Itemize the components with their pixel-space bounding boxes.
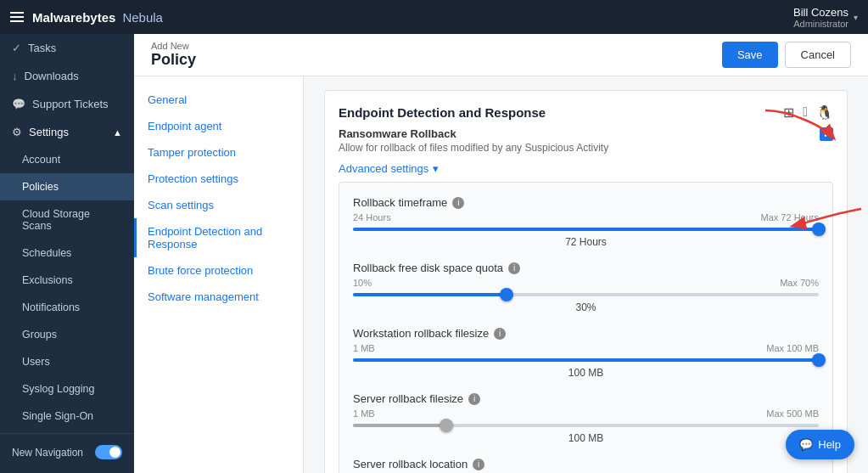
workstation-filesize-row: Workstation rollback filesize i 1 MB Max… — [353, 327, 819, 379]
sidebar-item-label: Notifications — [22, 301, 80, 313]
server-filesize-value: 100 MB — [353, 432, 819, 444]
rollback-timeframe-thumb[interactable] — [812, 222, 826, 236]
free-disk-track[interactable] — [353, 293, 819, 296]
workstation-track[interactable] — [353, 358, 819, 362]
left-nav-edr[interactable]: Endpoint Detection and Response — [134, 218, 303, 257]
server-filesize-fill — [353, 424, 446, 427]
ransomware-checkbox[interactable] — [820, 127, 833, 141]
content-body: General Endpoint agent Tamper protection… — [134, 76, 868, 473]
server-filesize-label: Server rollback filesize — [353, 392, 463, 405]
left-nav: General Endpoint agent Tamper protection… — [134, 76, 304, 473]
settings-chevron: ▲ — [113, 127, 122, 138]
sidebar-item-label: Groups — [22, 329, 57, 341]
ransomware-title: Ransomware Rollback — [339, 127, 820, 140]
sidebar-item-cloud-storage[interactable]: Cloud Storage Scans — [0, 200, 134, 239]
rollback-timeframe-min: 24 Hours — [353, 212, 391, 222]
sidebar-item-settings[interactable]: ⚙ Settings ▲ — [0, 118, 134, 146]
location-label-row: Server rollback location i — [353, 458, 819, 470]
workstation-range-labels: 1 MB Max 100 MB — [353, 343, 819, 353]
sidebar-item-label: Account — [22, 154, 60, 166]
workstation-min: 1 MB — [353, 343, 375, 353]
sidebar-item-downloads[interactable]: ↓ Downloads — [0, 62, 134, 90]
left-nav-software[interactable]: Software management — [134, 284, 303, 310]
workstation-info-icon[interactable]: i — [494, 328, 506, 340]
app-logo: Malwarebytes Nebula — [32, 10, 163, 25]
server-filesize-info-icon[interactable]: i — [468, 393, 480, 405]
edr-panel: Endpoint Detection and Response ⊞  🐧 Ra… — [324, 90, 848, 473]
free-disk-label: Rollback free disk space quota — [353, 262, 503, 274]
sidebar-item-schedules[interactable]: Schedules — [0, 239, 134, 267]
left-nav-protection[interactable]: Protection settings — [134, 166, 303, 192]
sidebar-item-syslog[interactable]: Syslog Logging — [0, 375, 134, 403]
rollback-timeframe-range-labels: 24 Hours Max 72 Hours — [353, 212, 819, 222]
rollback-timeframe-label-row: Rollback timeframe i — [353, 196, 819, 209]
rollback-timeframe-info-icon[interactable]: i — [452, 197, 464, 209]
topbar-right: Bill Cozens Administrator ▾ — [793, 6, 858, 29]
sidebar-item-label: Settings — [29, 126, 69, 138]
location-info-icon[interactable]: i — [473, 459, 484, 470]
rollback-timeframe-track[interactable] — [353, 228, 819, 231]
sidebar-item-feedback[interactable]: ✉ Send Feedback — [0, 467, 134, 473]
topbar-left: Malwarebytes Nebula — [10, 10, 163, 25]
sidebar-item-label: Tasks — [28, 42, 56, 54]
help-button[interactable]: 💬 Help — [786, 430, 854, 459]
windows-icon: ⊞ — [783, 104, 794, 121]
support-icon: 💬 — [12, 98, 25, 110]
ransomware-desc: Allow for rollback of files modified by … — [339, 142, 820, 154]
cancel-button[interactable]: Cancel — [785, 42, 851, 68]
location-label: Server rollback location — [353, 458, 468, 470]
sidebar-item-account[interactable]: Account — [0, 146, 134, 173]
help-label: Help — [818, 438, 841, 451]
settings-icon: ⚙ — [12, 126, 22, 138]
left-nav-endpoint-agent[interactable]: Endpoint agent — [134, 113, 303, 139]
user-role: Administrator — [793, 19, 848, 29]
sidebar-item-sso[interactable]: Single Sign-On — [0, 403, 134, 430]
left-nav-general[interactable]: General — [134, 87, 303, 113]
free-disk-max: Max 70% — [780, 278, 819, 288]
sidebar-item-notifications[interactable]: Notifications — [0, 294, 134, 321]
help-icon: 💬 — [799, 438, 813, 451]
hamburger-menu[interactable] — [10, 12, 24, 22]
rollback-timeframe-max: Max 72 Hours — [761, 212, 819, 222]
workstation-thumb[interactable] — [812, 353, 826, 367]
sidebar-item-groups[interactable]: Groups — [0, 321, 134, 348]
sidebar-item-label: Support Tickets — [32, 98, 109, 110]
free-disk-thumb[interactable] — [500, 288, 513, 301]
sidebar-item-label: Schedules — [22, 247, 71, 259]
left-nav-brute-force[interactable]: Brute force protection — [134, 257, 303, 284]
new-navigation-toggle-row: New Navigation — [0, 437, 134, 467]
main-content: Add New Policy Save Cancel General Endpo… — [134, 34, 868, 473]
product-name: Nebula — [122, 10, 163, 25]
sidebar-item-exclusions[interactable]: Exclusions — [0, 267, 134, 294]
new-nav-toggle[interactable] — [95, 445, 122, 459]
left-nav-scan[interactable]: Scan settings — [134, 192, 303, 218]
sidebar-item-label: Policies — [22, 181, 59, 193]
sidebar-item-support[interactable]: 💬 Support Tickets — [0, 90, 134, 118]
sidebar-item-label: Exclusions — [22, 274, 73, 286]
server-filesize-track[interactable] — [353, 424, 819, 427]
rollback-timeframe-value: 72 Hours — [353, 236, 819, 248]
sidebar-item-tasks[interactable]: ✓ Tasks — [0, 34, 134, 62]
free-disk-value: 30% — [353, 301, 819, 313]
free-disk-info-icon[interactable]: i — [508, 262, 520, 274]
sidebar-item-label: Downloads — [25, 70, 79, 82]
rollback-timeframe-fill — [353, 228, 819, 231]
advanced-settings-toggle[interactable]: Advanced settings ▾ — [339, 162, 833, 175]
location-section: Server rollback location i Store backup … — [353, 458, 819, 473]
sidebar-item-users[interactable]: Users — [0, 348, 134, 375]
sidebar-item-label: Users — [22, 356, 50, 368]
downloads-icon: ↓ — [12, 70, 18, 82]
sidebar-item-policies[interactable]: Policies — [0, 173, 134, 200]
sidebar-item-label: Syslog Logging — [22, 383, 94, 395]
left-nav-tamper[interactable]: Tamper protection — [134, 139, 303, 166]
server-filesize-row: Server rollback filesize i 1 MB Max 500 … — [353, 392, 819, 444]
advanced-label: Advanced settings — [339, 162, 428, 175]
action-buttons: Save Cancel — [722, 42, 851, 68]
user-menu-chevron[interactable]: ▾ — [854, 13, 858, 22]
save-button[interactable]: Save — [722, 42, 778, 68]
advanced-chevron: ▾ — [433, 162, 439, 175]
server-filesize-thumb[interactable] — [440, 419, 453, 432]
topbar: Malwarebytes Nebula Bill Cozens Administ… — [0, 0, 868, 34]
server-filesize-max: Max 500 MB — [766, 408, 819, 419]
sidebar-item-label: Single Sign-On — [22, 410, 93, 422]
